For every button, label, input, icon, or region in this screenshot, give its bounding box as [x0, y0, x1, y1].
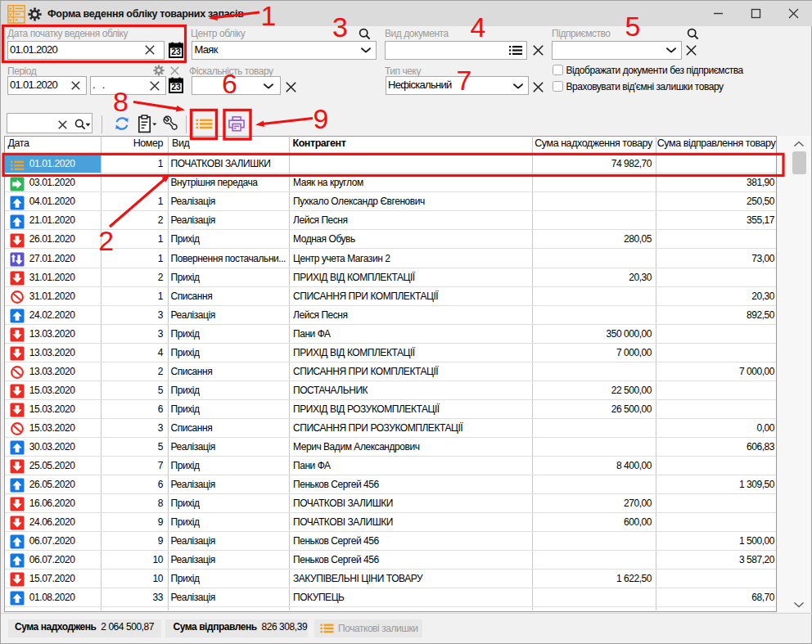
svg-text:7: 7	[457, 65, 472, 96]
svg-text:9: 9	[314, 103, 329, 134]
svg-text:4: 4	[471, 11, 486, 43]
svg-text:6: 6	[222, 68, 237, 99]
svg-text:3: 3	[332, 11, 348, 43]
svg-text:5: 5	[625, 11, 641, 42]
svg-text:8: 8	[113, 86, 129, 117]
svg-text:2: 2	[98, 225, 114, 256]
svg-text:1: 1	[261, 1, 277, 31]
